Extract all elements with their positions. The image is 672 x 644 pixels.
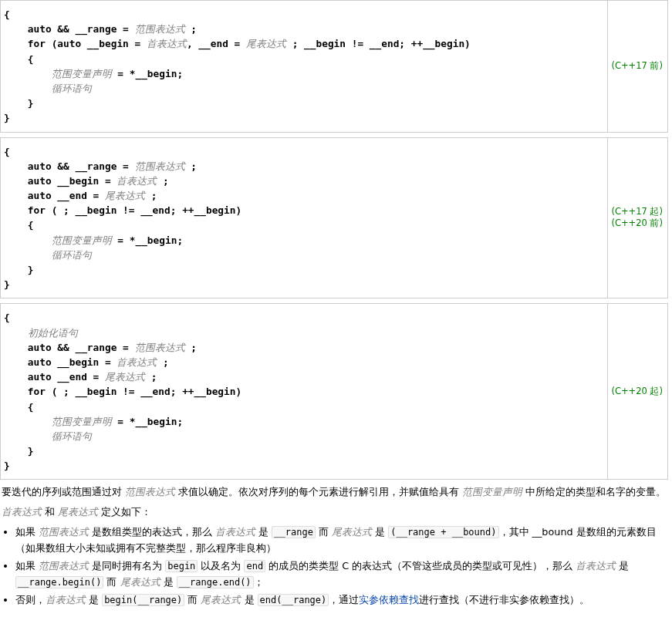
revision-label: (C++17 前) — [608, 1, 668, 133]
definition-item-array: 如果 范围表达式 是数组类型的表达式，那么 首表达式 是 __range 而 尾… — [15, 524, 672, 556]
code-block-cpp20-after: { 初始化语句 auto && __range = 范围表达式 ; auto _… — [0, 303, 668, 480]
revision-label: (C++20 起) — [608, 304, 668, 480]
code-content: { 初始化语句 auto && __range = 范围表达式 ; auto _… — [4, 310, 604, 473]
adl-link[interactable]: 实参依赖查找 — [359, 594, 419, 605]
definition-item-adl: 否则，首表达式 是 begin(__range) 而 尾表达式 是 end(__… — [15, 592, 672, 608]
code-block-cpp17-cpp20: { auto && __range = 范围表达式 ; auto __begin… — [0, 137, 668, 299]
explanation-paragraph-2: 首表达式 和 尾表达式 定义如下： — [2, 504, 670, 520]
definition-list: 如果 范围表达式 是数组类型的表达式，那么 首表达式 是 __range 而 尾… — [0, 524, 672, 608]
code-content: { auto && __range = 范围表达式 ; for (auto __… — [4, 7, 604, 126]
code-content: { auto && __range = 范围表达式 ; auto __begin… — [4, 144, 604, 292]
definition-item-class: 如果 范围表达式 是同时拥有名为 begin 以及名为 end 的成员的类类型 … — [15, 558, 672, 590]
explanation-paragraph-1: 要迭代的序列或范围通过对 范围表达式 求值以确定。依次对序列的每个元素进行解引用… — [2, 484, 670, 500]
revision-label: (C++17 起) (C++20 前) — [608, 137, 668, 298]
code-block-cpp17-before: { auto && __range = 范围表达式 ; for (auto __… — [0, 0, 668, 133]
